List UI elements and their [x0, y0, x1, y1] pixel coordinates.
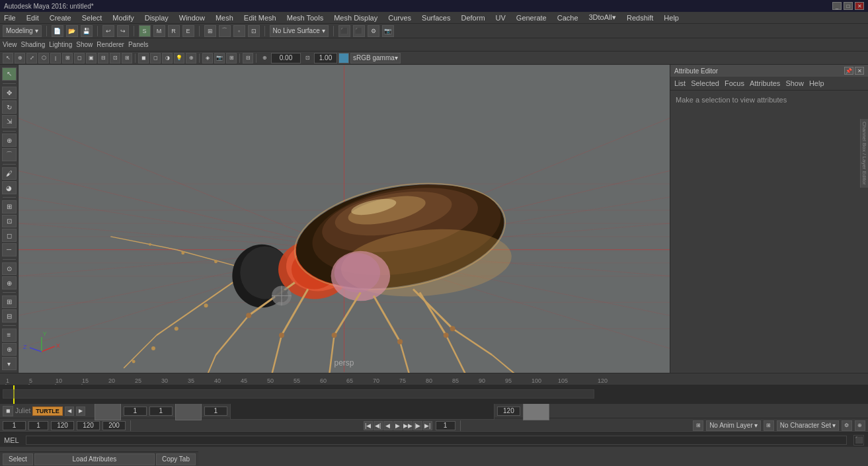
sculpt-btn[interactable]: ◕	[2, 181, 17, 194]
start-frame-input[interactable]	[3, 421, 26, 430]
edge-btn[interactable]: ─	[2, 243, 17, 256]
keyframe-input-2[interactable]	[149, 407, 173, 416]
status-icon[interactable]: ⬛	[853, 435, 864, 446]
menu-deform[interactable]: Deform	[459, 14, 486, 22]
vp-btn-4[interactable]: ⬡	[38, 53, 49, 63]
vp-btn-10[interactable]: ⊡	[110, 53, 120, 63]
mode-dropdown[interactable]: Modeling ▾	[3, 25, 42, 37]
collapse-btn[interactable]: ▾	[2, 357, 17, 370]
play-fwd-btn[interactable]: ▶▶	[403, 421, 413, 430]
close-button[interactable]: ✕	[855, 2, 864, 10]
menu-surfaces[interactable]: Surfaces	[420, 14, 452, 22]
menu-redshift[interactable]: Redshift	[625, 14, 654, 22]
vp-light-btn[interactable]: 💡	[174, 53, 184, 63]
select-tool-btn[interactable]: ↖	[2, 67, 17, 81]
char-set-icon[interactable]: ⊞	[764, 420, 774, 431]
paint-btn[interactable]: 🖌	[2, 167, 17, 180]
extra-btn[interactable]: ⊞	[2, 295, 17, 309]
menu-mesh-display[interactable]: Mesh Display	[333, 14, 379, 22]
snap-view[interactable]: ⊡	[248, 25, 260, 37]
quad-btn[interactable]: ⊡	[2, 215, 17, 228]
viewport[interactable]: persp X Y Z	[19, 65, 670, 373]
char-mute-btn[interactable]: ◼	[3, 406, 13, 416]
prev-frame-btn[interactable]: ◀	[383, 421, 393, 430]
snap-curve[interactable]: ⌒	[219, 25, 231, 37]
render-ipr[interactable]: ⬛	[353, 25, 365, 37]
rotate-tool-btn[interactable]: ↻	[2, 100, 17, 114]
vp-cam-btn[interactable]: 📷	[214, 53, 225, 63]
attr-copy-tab-btn[interactable]: Copy Tab	[156, 453, 196, 465]
render-btn[interactable]: ⬛	[338, 25, 350, 37]
vp-value2-input[interactable]: 1.00	[314, 53, 337, 63]
attr-editor-pin[interactable]: 📌	[844, 67, 853, 75]
vp-menu-show[interactable]: Show	[76, 41, 93, 48]
live-surface-dropdown[interactable]: No Live Surface ▾	[270, 25, 329, 37]
attr-load-btn[interactable]: Load Attributes	[34, 453, 155, 465]
tool-move[interactable]: M	[153, 25, 165, 37]
loop-btn[interactable]: ◻	[2, 229, 17, 242]
menu-modify[interactable]: Modify	[111, 14, 135, 22]
attr-nav-attributes[interactable]: Attributes	[750, 78, 780, 89]
vp-value1-input[interactable]: 0.00	[271, 53, 301, 63]
menu-window[interactable]: Window	[178, 14, 206, 22]
keyframe-input-1[interactable]	[124, 407, 147, 416]
vp-btn-8[interactable]: ▣	[86, 53, 97, 63]
extra-btn-2[interactable]: ⊟	[2, 309, 17, 323]
move-tool-btn[interactable]: ✥	[2, 87, 17, 100]
vp-grid-btn[interactable]: ⊞	[226, 53, 237, 63]
vp-smooth-btn[interactable]: ◑	[162, 53, 173, 63]
vp-btn-2[interactable]: ⊕	[15, 53, 25, 63]
tool-rotate[interactable]: R	[168, 25, 180, 37]
vp-select-btn[interactable]: ↖	[3, 53, 13, 63]
char-set-dropdown[interactable]: No Character Set ▾	[777, 420, 839, 431]
vp-btn-7[interactable]: ◻	[74, 53, 85, 63]
attr-nav-focus[interactable]: Focus	[725, 78, 744, 89]
goto-end-btn[interactable]: ▶|	[423, 421, 432, 430]
vp-btn-9[interactable]: ⊟	[98, 53, 108, 63]
scale-tool-btn[interactable]: ⇲	[2, 115, 17, 128]
turtle-label[interactable]: TURTLE	[32, 407, 63, 416]
vp-btn-3[interactable]: ⤢	[26, 53, 37, 63]
crease-btn[interactable]: ⊞	[2, 200, 17, 214]
snap-grid[interactable]: ⊞	[204, 25, 216, 37]
keyframe-input-3[interactable]	[204, 407, 227, 416]
attr-nav-list[interactable]: List	[674, 78, 686, 89]
vp-iso-btn[interactable]: ◈	[202, 53, 213, 63]
new-scene-button[interactable]: 📄	[52, 25, 63, 37]
range-end-input[interactable]	[77, 421, 100, 430]
menu-create[interactable]: Create	[48, 14, 73, 22]
soft-select-btn[interactable]: ⊕	[2, 134, 17, 147]
anim-layer-dropdown[interactable]: No Anim Layer ▾	[706, 420, 761, 431]
vp-hud-btn[interactable]: ⊟	[243, 53, 253, 63]
vp-btn-6[interactable]: ⊞	[62, 53, 73, 63]
vp-xray-btn[interactable]: ⊕	[186, 53, 196, 63]
anim-extra-btn[interactable]: ⊕	[855, 420, 865, 431]
maximize-button[interactable]: □	[844, 2, 853, 10]
minimize-button[interactable]: _	[832, 2, 842, 10]
current-frame-input[interactable]	[28, 421, 48, 430]
attr-nav-help[interactable]: Help	[809, 78, 824, 89]
menu-display[interactable]: Display	[143, 14, 170, 22]
vp-menu-lighting[interactable]: Lighting	[49, 41, 72, 48]
attr-nav-selected[interactable]: Selected	[691, 78, 719, 89]
attr-editor-close-btn[interactable]: ✕	[855, 67, 864, 75]
playback-speed-input[interactable]	[436, 421, 455, 430]
undo-button[interactable]: ↩	[102, 25, 114, 37]
attr-select-btn[interactable]: Select	[3, 453, 33, 465]
vp-btn-5[interactable]: |	[50, 53, 61, 63]
snap-point[interactable]: ◦	[233, 25, 245, 37]
keyframe-timeline-area[interactable]	[230, 403, 494, 420]
render-settings[interactable]: ⚙	[368, 25, 379, 37]
menu-edit[interactable]: Edit	[25, 14, 40, 22]
anim-settings-btn[interactable]: ⚙	[842, 420, 852, 431]
menu-select[interactable]: Select	[81, 14, 104, 22]
menu-3dtall[interactable]: 3DtoAll▾	[588, 13, 617, 22]
vp-colorspace-dropdown[interactable]: sRGB gamma ▾	[350, 53, 401, 63]
menu-mesh[interactable]: Mesh	[214, 14, 235, 22]
keyframe-input-end[interactable]	[497, 407, 520, 416]
save-button[interactable]: 💾	[81, 25, 93, 37]
timeline-tracks[interactable]	[0, 385, 868, 404]
goto-start-btn[interactable]: |◀	[364, 421, 373, 430]
vp-menu-panels[interactable]: Panels	[128, 41, 149, 48]
step-back-btn[interactable]: ◀|	[374, 421, 383, 430]
